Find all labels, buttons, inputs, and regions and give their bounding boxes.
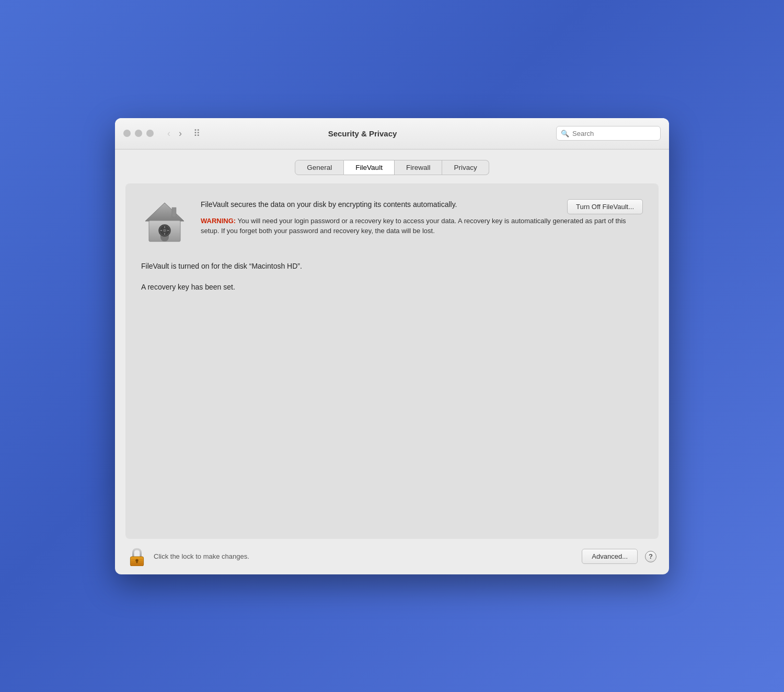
search-icon: 🔍 bbox=[561, 130, 569, 137]
recovery-key-status: A recovery key has been set. bbox=[141, 283, 643, 291]
filevault-panel: FileVault secures the data on your disk … bbox=[125, 183, 659, 539]
filevault-description: FileVault secures the data on your disk … bbox=[201, 199, 457, 210]
filevault-description-area: FileVault secures the data on your disk … bbox=[201, 199, 643, 236]
main-window: ‹ › ⠿ Security & Privacy 🔍 General FileV… bbox=[115, 118, 669, 574]
filevault-icon bbox=[141, 199, 188, 246]
bottombar: Click the lock to make changes. Advanced… bbox=[115, 539, 669, 574]
warning-label: WARNING: bbox=[201, 217, 236, 225]
tab-general[interactable]: General bbox=[295, 160, 344, 175]
fullscreen-button[interactable] bbox=[146, 130, 154, 137]
panel-top: FileVault secures the data on your disk … bbox=[141, 199, 643, 246]
tab-firewall[interactable]: Firewall bbox=[395, 160, 443, 175]
lock-status-text: Click the lock to make changes. bbox=[154, 552, 574, 560]
advanced-button[interactable]: Advanced... bbox=[582, 549, 638, 564]
lock-icon[interactable] bbox=[128, 547, 146, 566]
svg-marker-0 bbox=[145, 203, 184, 221]
help-button[interactable]: ? bbox=[645, 551, 656, 562]
warning-text: You will need your login password or a r… bbox=[201, 217, 626, 235]
tab-privacy[interactable]: Privacy bbox=[442, 160, 489, 175]
svg-point-6 bbox=[163, 229, 166, 232]
turn-off-filevault-button[interactable]: Turn Off FileVault... bbox=[567, 199, 643, 214]
traffic-lights bbox=[123, 130, 154, 137]
back-button[interactable]: ‹ bbox=[164, 127, 174, 140]
svg-rect-1 bbox=[172, 207, 176, 217]
minimize-button[interactable] bbox=[135, 130, 142, 137]
filevault-status: FileVault is turned on for the disk “Mac… bbox=[141, 262, 643, 270]
search-bar[interactable]: 🔍 bbox=[556, 126, 661, 141]
close-button[interactable] bbox=[123, 130, 131, 137]
titlebar: ‹ › ⠿ Security & Privacy 🔍 bbox=[115, 118, 669, 149]
tab-bar: General FileVault Firewall Privacy bbox=[115, 160, 669, 175]
tab-filevault[interactable]: FileVault bbox=[344, 160, 395, 175]
warning-area: WARNING: You will need your login passwo… bbox=[201, 216, 643, 236]
window-title: Security & Privacy bbox=[175, 129, 550, 138]
search-input[interactable] bbox=[572, 130, 656, 137]
content-area: General FileVault Firewall Privacy bbox=[115, 149, 669, 574]
